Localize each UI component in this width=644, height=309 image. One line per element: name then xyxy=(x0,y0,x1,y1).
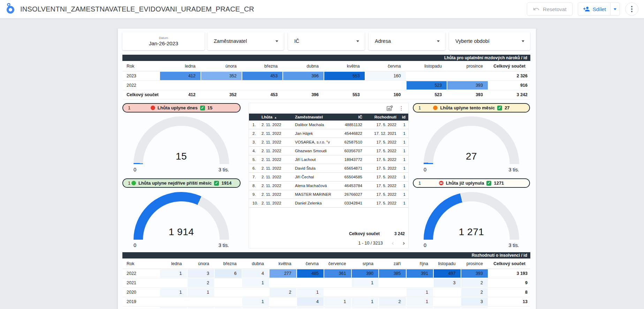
column-header-zamestnavatel[interactable]: Zaměstnavatel xyxy=(295,115,331,119)
table-row[interactable]: 3.2. 11. 2022VOSAREA, s.r.o. "v likvidac… xyxy=(249,138,408,147)
share-button[interactable]: Sdílet xyxy=(578,3,610,15)
share-button-label: Sdílet xyxy=(593,6,606,12)
gauge-min-label: 0 xyxy=(424,242,426,248)
table-cell: 17. 5. 2022 xyxy=(362,175,396,179)
table-cell: 26766027 xyxy=(331,192,362,196)
table-cell: Jiří Čechal xyxy=(295,175,331,179)
pivot-cell: 1 xyxy=(242,297,269,306)
table-cell: 3. xyxy=(249,140,262,144)
filter-ic[interactable]: IČ xyxy=(288,32,365,50)
pivot-cell xyxy=(407,278,433,287)
table-cell: David Štula xyxy=(295,166,331,170)
pivot-cell: 553 xyxy=(324,90,365,99)
table-row[interactable]: 7.2. 11. 2022Jiří Čechal6550458517. 5. 2… xyxy=(249,173,408,181)
more-options-button[interactable] xyxy=(625,2,638,16)
table-row[interactable]: 8.2. 11. 2022Alena Machačová4645378417. … xyxy=(249,181,408,190)
table-row[interactable]: 2.2. 11. 2022Jan Hájek4544682217. 12. 20… xyxy=(249,129,408,138)
pivot-cell: 1 xyxy=(407,297,433,306)
kebab-dot xyxy=(631,6,632,7)
column-header: února xyxy=(188,258,214,269)
pivot-header-row: Rok lednaúnorabřeznadubnakvětnačervnalis… xyxy=(122,61,530,71)
pivot-cell: 1 xyxy=(352,278,379,287)
table-cell: 1 xyxy=(396,192,406,196)
column-header: května xyxy=(324,61,365,71)
report-canvas: Datum Jan-26-2023 Zaměstnavatel IČ Adres… xyxy=(118,29,536,309)
detail-table-card: ⋮ Lhůta▲ Zaměstnavatel IČ Rozhodnutí id … xyxy=(249,103,409,248)
table-row[interactable]: 9.2. 11. 2022MASTER MARINER s.r.o.267660… xyxy=(249,190,408,199)
table-row[interactable]: 1.2. 11. 2022Dalibor Machala4885113217. … xyxy=(249,121,408,129)
report-title: INSOLVENTNI_ZAMESTNAVATELE_EVIDOVANI_URA… xyxy=(20,5,254,13)
pivot-cell xyxy=(242,81,283,90)
pivot-cell: 361 xyxy=(324,269,351,278)
table-cell: 17. 5. 2022 xyxy=(362,192,396,196)
gauge-due-this-month: 27 0 3 tis. xyxy=(424,116,519,172)
pivot-body: 2022 1364277485361390385391497393 3 193 … xyxy=(122,269,530,307)
table-cell: 1. xyxy=(249,123,262,127)
table-more-options-button[interactable]: ⋮ xyxy=(399,106,404,111)
pagination-next-icon[interactable]: › xyxy=(403,240,405,246)
check-icon: ✓ xyxy=(214,181,219,186)
check-icon: ✓ xyxy=(497,106,502,110)
row-total: 9 xyxy=(488,278,530,287)
column-header-ic[interactable]: IČ xyxy=(331,115,362,119)
dropdown-caret-icon xyxy=(437,40,440,42)
table-cell: Dalibor Machala xyxy=(295,123,331,127)
pivot-cell xyxy=(379,288,406,297)
table-row[interactable]: 10.2. 11. 2022Daniel Zelenka0334284117. … xyxy=(249,199,408,208)
pagination-range: 1 - 10 / 3213 xyxy=(358,241,382,246)
column-header-lhuta[interactable]: Lhůta▲ xyxy=(262,115,295,119)
date-filter[interactable]: Datum Jan-26-2023 xyxy=(122,32,205,50)
table-toolbar: ⋮ xyxy=(249,103,408,114)
reset-button[interactable]: Resetovat xyxy=(527,2,573,16)
chevron-down-icon xyxy=(614,8,616,10)
gauge-value: 1 271 xyxy=(424,226,519,238)
pivot-cell: 412 xyxy=(160,90,200,99)
table-cell: 17. 5. 2022 xyxy=(362,140,396,144)
filter-zamestnavatel[interactable]: Zaměstnavatel xyxy=(207,32,284,50)
dropdown-caret-icon xyxy=(356,40,359,42)
pivot-wage-claims: Lhůta pro uplatnění mzdových nároků / id… xyxy=(122,55,530,100)
table-row[interactable]: 4.2. 11. 2022Ghazwan Smoudi6035670717. 5… xyxy=(249,147,408,155)
total-column-header: Celkový součet xyxy=(488,258,530,269)
pivot-cell: 553 xyxy=(324,71,365,80)
table-cell: 6. xyxy=(249,166,262,170)
pill-value: 1271 xyxy=(494,180,504,186)
pivot-cell xyxy=(160,278,187,287)
pivot-cell: 1 xyxy=(352,297,379,306)
row-dimension-header: Rok xyxy=(122,258,160,269)
chart-settings-icon[interactable] xyxy=(386,105,393,112)
status-pill-due-next-month: 1 Lhůta uplyne nejdříve příští měsíc ✓ 1… xyxy=(122,178,241,188)
row-label: 2022 xyxy=(122,81,160,90)
total-row-label: Celkový součet xyxy=(122,90,160,99)
filter-adresa[interactable]: Adresa xyxy=(369,32,445,50)
pivot-cell: 393 xyxy=(461,269,488,278)
table-cell: 65654871 xyxy=(331,166,362,170)
table-cell: 2. 11. 2022 xyxy=(262,149,295,153)
table-cell: 1 xyxy=(396,157,406,162)
pivot-cell xyxy=(215,288,242,297)
table-row[interactable]: 5.2. 11. 2022Jiří Lachout1894377217. 5. … xyxy=(249,155,408,164)
pivot-cell: 396 xyxy=(283,90,324,99)
status-pill-expired: 1 Lhůta již uplynula ✓ 1271 xyxy=(413,178,530,188)
column-header: září xyxy=(379,258,406,269)
pivot-cell: 160 xyxy=(365,71,406,80)
pivot-cell: 1 xyxy=(242,278,269,287)
table-cell: 45446822 xyxy=(331,131,362,136)
table-cell: 48851132 xyxy=(331,123,362,127)
pagination-prev-icon[interactable]: ‹ xyxy=(392,240,394,246)
pivot-cell: 277 xyxy=(270,269,296,278)
pivot-cell xyxy=(324,288,351,297)
table-cell: 1 xyxy=(396,149,406,153)
table-cell: 4. xyxy=(249,149,262,153)
column-header-rozhodnuti[interactable]: Rozhodnutí xyxy=(362,115,396,119)
pivot-cell: 2 xyxy=(461,278,488,287)
filter-obdobi[interactable]: Vyberte období xyxy=(449,32,530,50)
pivot-row: 2022 1364277485361390385391497393 3 193 xyxy=(122,269,530,278)
pivot-cell xyxy=(215,278,242,287)
column-header-id[interactable]: id xyxy=(396,115,406,119)
table-row[interactable]: 6.2. 11. 2022David Štula6565487117. 5. 2… xyxy=(249,164,408,173)
table-cell: Jan Hájek xyxy=(295,131,331,136)
pivot-cell: 1 xyxy=(188,288,214,297)
share-dropdown-button[interactable] xyxy=(611,3,620,15)
table-cell: 17. 12. 2021 xyxy=(362,131,396,136)
